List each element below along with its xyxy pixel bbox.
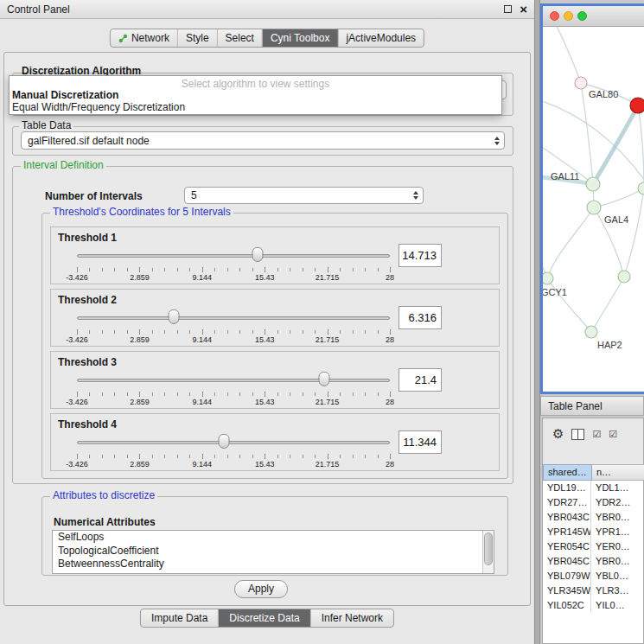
- threshold-1-slider[interactable]: [77, 246, 390, 265]
- table-cell: YER0…: [591, 539, 643, 554]
- threshold-label: Threshold 1: [58, 232, 117, 244]
- panel-tabbar: Network Style Select Cyni Toolbox jActiv…: [110, 29, 424, 48]
- slider-tick-labels: -3.4262.8599.14415.4321.71528: [77, 273, 390, 282]
- numerical-attributes-list: SelfLoopsTopologicalCoefficientBetweenne…: [52, 530, 494, 574]
- tab-impute-data[interactable]: Impute Data: [141, 609, 218, 627]
- table-row[interactable]: YDL19…YDL1…: [543, 481, 643, 495]
- slider-thumb[interactable]: [169, 309, 180, 324]
- tick-label: 9.144: [193, 460, 213, 469]
- table-cell: YBR0…: [591, 510, 643, 525]
- table-cell: YLR3…: [591, 583, 643, 598]
- network-node-red[interactable]: [630, 98, 644, 113]
- list-item[interactable]: TopologicalCoefficient: [53, 545, 494, 558]
- threshold-value-field[interactable]: [399, 430, 442, 454]
- list-item[interactable]: BetweennessCentrality: [53, 558, 494, 571]
- network-canvas[interactable]: GAL80 GAL11 GAL4 GCY1 HAP2: [543, 27, 644, 392]
- tick-label: 15.43: [255, 335, 275, 344]
- threshold-label: Threshold 3: [58, 356, 117, 368]
- num-intervals-label: Number of Intervals: [45, 190, 143, 202]
- threshold-3-panel: Threshold 3 -3.4262.8599.14415.4321.7152…: [50, 351, 500, 409]
- attributes-group-title: Attributes to discretize: [50, 490, 157, 501]
- table-cell: YER054C: [543, 539, 591, 554]
- table-row[interactable]: YBR043CYBR0…: [543, 510, 643, 525]
- tick-label: 15.43: [255, 398, 275, 406]
- network-node[interactable]: [638, 182, 644, 194]
- network-node[interactable]: [585, 326, 597, 338]
- network-node[interactable]: [618, 271, 630, 283]
- tab-infer-network[interactable]: Infer Network: [310, 609, 393, 627]
- node-label-hap2: HAP2: [597, 340, 622, 350]
- slider-thumb[interactable]: [219, 434, 230, 449]
- slider-track[interactable]: [77, 441, 390, 444]
- network-node[interactable]: [586, 177, 600, 191]
- apply-button[interactable]: Apply: [234, 580, 288, 598]
- slider-track[interactable]: [77, 316, 390, 320]
- table-cell: YIL0…: [591, 598, 643, 613]
- threshold-3-slider[interactable]: [77, 371, 390, 390]
- tick-label: 2.859: [130, 335, 150, 344]
- dropdown-option-equal-width[interactable]: Equal Width/Frequency Discretization: [10, 101, 501, 113]
- slider-thumb[interactable]: [252, 247, 263, 262]
- table-data-combo[interactable]: galFiltered.sif default node: [21, 131, 505, 150]
- slider-tick-labels: -3.4262.8599.14415.4321.71528: [77, 398, 390, 406]
- table-row[interactable]: YBR045CYBR0…: [543, 554, 643, 569]
- threshold-value-field[interactable]: [399, 368, 442, 392]
- dropdown-option-manual[interactable]: Manual Discretization: [10, 89, 501, 101]
- threshold-value-field[interactable]: [399, 244, 442, 267]
- tab-discretize-data[interactable]: Discretize Data: [218, 609, 309, 627]
- float-icon[interactable]: [504, 5, 512, 13]
- slider-tick-labels: -3.4262.8599.14415.4321.71528: [77, 335, 390, 344]
- tab-label: Cyni Toolbox: [271, 32, 329, 44]
- threshold-4-slider[interactable]: [77, 433, 390, 452]
- table-row[interactable]: YIL052CYIL0…: [543, 598, 643, 613]
- threshold-2-panel: Threshold 2 -3.4262.8599.14415.4321.7152…: [50, 289, 500, 347]
- tab-label: Impute Data: [151, 612, 207, 624]
- close-icon[interactable]: ×: [520, 5, 527, 14]
- num-intervals-combo[interactable]: 5: [184, 187, 424, 204]
- tab-select[interactable]: Select: [217, 29, 262, 47]
- tab-label: Discretize Data: [229, 612, 299, 624]
- mac-close-icon[interactable]: [550, 11, 559, 21]
- network-node[interactable]: [575, 77, 587, 89]
- table-row[interactable]: YPR145WYPR1…: [543, 525, 643, 539]
- tab-jactivemodules[interactable]: jActiveModules: [337, 29, 424, 47]
- table-cell: YBL079W: [543, 569, 591, 583]
- list-item[interactable]: SelfLoops: [53, 531, 494, 545]
- panel-divider[interactable]: [534, 0, 540, 644]
- tick-label: 21.715: [316, 273, 340, 282]
- gear-icon[interactable]: ⚙: [552, 427, 564, 441]
- node-label-gcy1: GCY1: [543, 287, 567, 297]
- tick-label: 9.144: [193, 335, 213, 344]
- tab-style[interactable]: Style: [177, 29, 217, 47]
- table-cell: YDL19…: [543, 481, 591, 495]
- threshold-4-panel: Threshold 4 -3.4262.8599.14415.4321.7152…: [50, 413, 500, 471]
- threshold-2-slider[interactable]: [77, 309, 390, 328]
- network-node[interactable]: [587, 201, 601, 214]
- tick-label: 28: [386, 273, 394, 282]
- columns-icon[interactable]: [571, 429, 584, 440]
- slider-track[interactable]: [77, 254, 390, 258]
- mac-zoom-icon[interactable]: [577, 11, 587, 21]
- tick-label: 15.43: [255, 460, 275, 469]
- tab-cyni-toolbox[interactable]: Cyni Toolbox: [262, 29, 337, 47]
- table-data-value: galFiltered.sif default node: [28, 135, 150, 147]
- network-node[interactable]: [543, 272, 553, 284]
- tab-network[interactable]: Network: [111, 29, 177, 47]
- mac-minimize-icon[interactable]: [564, 11, 573, 21]
- table-row[interactable]: YBL079WYBL0…: [543, 569, 643, 583]
- slider-track[interactable]: [77, 379, 390, 382]
- column-header-shared-name[interactable]: shared…: [543, 464, 592, 481]
- select-all-icon[interactable]: ☑: [592, 429, 601, 439]
- threshold-value-field[interactable]: [399, 306, 442, 329]
- select-column-icon[interactable]: ☑: [609, 429, 617, 439]
- table-row[interactable]: YER054CYER0…: [543, 539, 643, 554]
- column-header-name[interactable]: n…: [592, 464, 644, 481]
- table-row[interactable]: YLR345WYLR3…: [543, 583, 643, 598]
- slider-minor-ticks: [77, 330, 391, 334]
- table-cell: YLR345W: [543, 583, 591, 598]
- table-row[interactable]: YDR27…YDR2…: [543, 495, 643, 510]
- threshold-label: Threshold 2: [58, 294, 117, 306]
- scrollbar-thumb[interactable]: [484, 532, 493, 565]
- list-scrollbar[interactable]: [482, 531, 494, 573]
- slider-thumb[interactable]: [318, 372, 329, 386]
